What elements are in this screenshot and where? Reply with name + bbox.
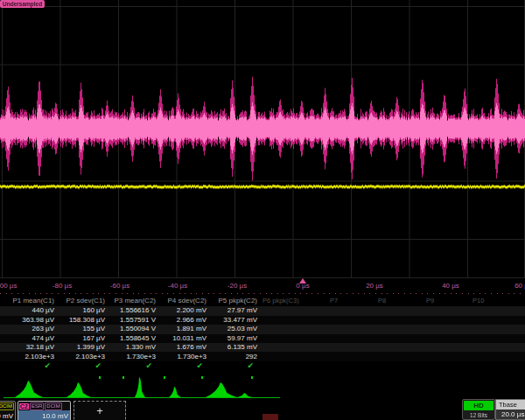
measure-value: 2.103e+3 [4,353,54,362]
axis-tick-label: 60 µs [514,282,525,290]
status-check-icon: ✔ [156,361,206,371]
hd-bits-label: 12 Bits [463,411,494,419]
axis-tick-label: -100 µs [0,282,17,290]
timebase-descriptor-box[interactable]: Tbase 20.0 µs [495,399,525,420]
c1-volt-div: 10.0 mV [0,410,15,420]
measure-value: 10.031 mV [156,334,206,344]
measure-value: 1.891 mV [156,325,206,334]
undersampled-badge: Undersampled [0,0,45,8]
measure-header-inactive[interactable]: P7 [330,297,338,304]
axis-tick-label: -40 µs [168,282,187,290]
measure-value: 6.135 mV [206,343,257,353]
measure-header[interactable]: P3 mean(C2) [105,295,156,306]
timebase-label: Tbase [496,400,525,410]
status-check-icon: ✔ [4,361,54,371]
measure-value: 1.730e+3 [105,353,156,362]
measure-value: 158.308 µV [54,316,105,326]
measure-value: 292 [206,353,257,362]
axis-tick-label: -80 µs [52,282,72,290]
oscilloscope-screen: { "annotation_badge": { "text": "Undersa… [0,0,525,420]
c2-volt-div: 10.0 mV [18,410,70,420]
measure-value: 167 µV [54,334,105,344]
c1-descriptor-box[interactable]: DCIM 10.0 mV [0,401,16,420]
trigger-descriptor-cropped[interactable] [262,414,278,420]
measure-value: 440 µV [4,306,54,316]
time-axis-tick-dots [0,293,525,294]
measure-header[interactable]: P5 pkpk(C2) [206,295,257,306]
measure-value: 59.97 mV [206,334,257,344]
measure-value: 2.966 mV [156,316,206,326]
axis-tick-label: 20 µs [366,282,383,290]
measure-value: 25.03 mV [206,325,257,334]
measure-header[interactable]: P1 mean(C1) [4,295,54,306]
measure-header-inactive[interactable]: P6 pkpk(C3) [262,297,299,304]
measure-value: 2.103e+3 [54,353,105,362]
measure-value: 27.97 mV [206,306,257,316]
measure-value: 1.399 µV [54,343,105,353]
c2-esr-badge: ESR [30,402,44,410]
axis-tick-label: 40 µs [442,282,459,290]
c2-channel-label: C2 [19,403,29,410]
trigger-position-icon[interactable] [299,278,306,284]
measure-header-inactive[interactable]: P8 [378,297,386,304]
measure-column: P4 sdev(C2)2.200 mV2.966 mV1.891 mV10.03… [156,295,206,371]
measure-header[interactable]: P2 sdev(C1) [54,295,105,306]
histicon-strip[interactable] [0,376,525,400]
timebase-value: 20.0 µs [496,410,525,420]
measure-header-inactive[interactable]: P9 [426,297,434,304]
hd-mode-box[interactable]: HD 12 Bits [462,399,495,420]
measure-column: P1 mean(C1)440 µV363.98 µV263 µV474 µV32… [4,295,54,371]
measure-header-inactive[interactable]: P10 [472,297,484,304]
measure-value: 1.558645 V [105,334,156,344]
c2-descriptor-box[interactable]: C2 ESR DCIM 10.0 mV [18,401,71,420]
c1-dcim-badge: DCIM [0,402,14,410]
measure-column: P5 pkpk(C2)27.97 mV33.477 mV25.03 mV59.9… [206,295,257,371]
c2-dcim-badge: DCIM [45,402,61,410]
measure-value: 363.98 µV [4,316,54,326]
measure-header[interactable]: P4 sdev(C2) [156,295,206,306]
waveform-canvas[interactable] [0,0,525,278]
axis-tick-label: -60 µs [110,282,130,290]
measure-value: 1.556616 V [105,306,156,316]
status-check-icon: ✔ [206,361,257,371]
measure-column: P2 sdev(C1)160 µV158.308 µV155 µV167 µV1… [54,295,105,371]
status-check-icon: ✔ [54,361,105,371]
measure-value: 33.477 mV [206,316,257,326]
axis-tick-label: -20 µs [228,282,247,290]
status-check-icon: ✔ [105,361,156,371]
measure-value: 1.330 mV [105,343,156,353]
measure-value: 2.200 mV [156,306,206,316]
measure-column: P3 mean(C2)1.556616 V1.557591 V1.550094 … [105,295,156,371]
measure-value: 1.730e+3 [156,353,206,362]
measure-value: 474 µV [4,334,54,344]
measure-value: 263 µV [4,325,54,334]
measure-value: 32.18 µV [4,343,54,353]
measure-value: 155 µV [54,325,105,334]
measure-value: 1.557591 V [105,316,156,326]
add-trace-button[interactable]: + [74,401,126,420]
measure-value: 1.676 mV [156,343,206,353]
graticule-area[interactable]: Undersampled [0,0,525,278]
measure-value: 1.550094 V [105,325,156,334]
hd-badge: HD [464,401,494,410]
measure-table: P1 mean(C1)440 µV363.98 µV263 µV474 µV32… [4,295,257,371]
measure-value: 160 µV [54,306,105,316]
